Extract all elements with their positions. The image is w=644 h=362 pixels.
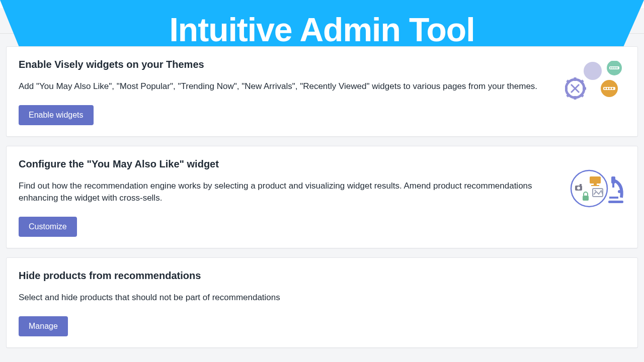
svg-rect-5: [612, 67, 614, 69]
card-title: Hide products from recommendations: [19, 270, 547, 282]
card-content: Enable Visely widgets on your Themes Add…: [19, 59, 547, 125]
svg-line-20: [581, 94, 583, 97]
svg-rect-11: [607, 88, 608, 89]
manage-button[interactable]: Manage: [19, 316, 68, 336]
enable-widgets-button[interactable]: Enable widgets: [19, 105, 94, 125]
page-title: Intuitive Admin Tool: [170, 13, 475, 46]
svg-rect-4: [610, 67, 612, 69]
svg-rect-6: [614, 67, 616, 69]
svg-rect-12: [609, 88, 611, 89]
card-configure-widget: Configure the "You May Also Like" widget…: [6, 146, 638, 248]
card-hide-products: Hide products from recommendations Selec…: [6, 257, 638, 348]
svg-rect-34: [583, 196, 589, 201]
card-enable-widgets: Enable Visely widgets on your Themes Add…: [6, 46, 638, 137]
svg-rect-26: [590, 176, 601, 184]
card-description: Find out how the recommendation engine w…: [19, 180, 547, 205]
svg-point-33: [595, 190, 596, 191]
microscope-icon: [565, 167, 625, 215]
svg-point-30: [577, 187, 580, 190]
svg-rect-7: [616, 67, 618, 69]
customize-button[interactable]: Customize: [19, 217, 77, 237]
svg-rect-38: [609, 197, 618, 199]
svg-rect-28: [591, 185, 599, 186]
widgets-icon: [565, 61, 625, 108]
card-title: Configure the "You May Also Like" widget: [19, 158, 547, 170]
card-content: Configure the "You May Also Like" widget…: [19, 158, 547, 237]
svg-rect-27: [594, 184, 597, 185]
svg-line-21: [567, 94, 570, 97]
card-description: Select and hide products that should not…: [19, 292, 547, 304]
svg-rect-10: [604, 88, 606, 89]
card-content: Hide products from recommendations Selec…: [19, 270, 547, 336]
svg-rect-31: [580, 184, 582, 186]
card-title: Enable Visely widgets on your Themes: [19, 59, 547, 70]
card-list: Enable Visely widgets on your Themes Add…: [0, 46, 644, 348]
svg-rect-13: [612, 88, 613, 89]
svg-line-19: [567, 80, 570, 83]
svg-rect-36: [612, 184, 614, 188]
card-description: Add "You May Also Like", "Most Popular",…: [19, 80, 547, 93]
svg-point-39: [618, 190, 621, 193]
svg-line-22: [581, 80, 583, 83]
svg-point-1: [584, 62, 602, 80]
svg-rect-37: [608, 201, 623, 203]
